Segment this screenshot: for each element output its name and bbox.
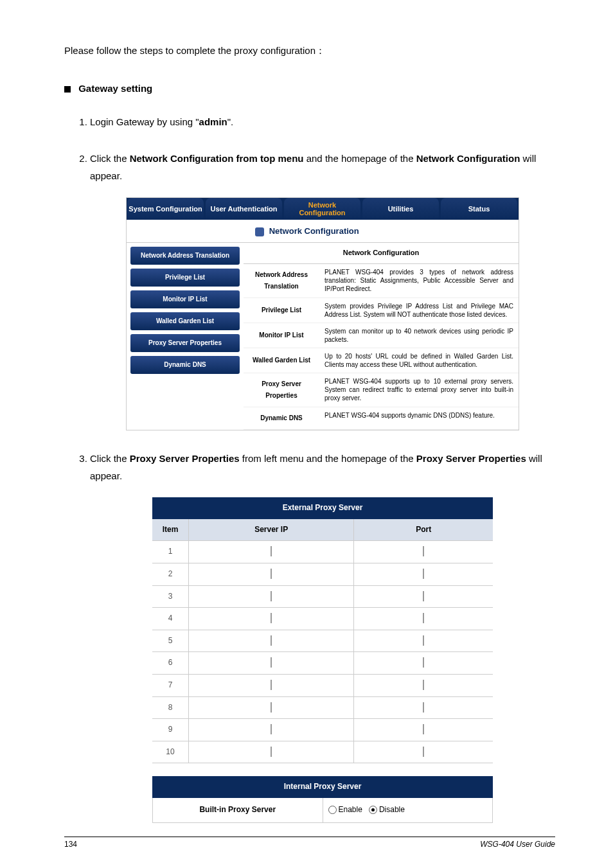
row-privilege: Privilege List System provides Privilege… (244, 298, 519, 323)
port-input-1[interactable] (423, 546, 424, 556)
proxy-row: 9 (152, 719, 493, 741)
row-walled: Walled Garden List Up to 20 hosts' URL c… (244, 348, 519, 373)
tab-network-config[interactable]: Network Configuration (284, 198, 361, 220)
tab-system-config[interactable]: System Configuration (127, 198, 204, 220)
server-ip-input-8[interactable] (271, 702, 272, 713)
port-input-10[interactable] (423, 747, 424, 757)
port-input-5[interactable] (423, 635, 424, 646)
col-item: Item (152, 519, 189, 542)
step-1: Login Gateway by using "admin". (90, 113, 555, 130)
row-priv-label: Privilege List (244, 298, 319, 323)
proxy-row: 6 (152, 652, 493, 675)
col-port: Port (354, 519, 493, 542)
server-ip-input-4[interactable] (271, 613, 272, 623)
port-input-2[interactable] (423, 569, 424, 579)
disable-label: Disable (379, 805, 405, 814)
tab-user-auth[interactable]: User Authentication (206, 198, 283, 220)
row-nat-label: Network Address Translation (244, 264, 319, 297)
row-index: 5 (152, 630, 189, 653)
leftnav-nat[interactable]: Network Address Translation (130, 247, 240, 265)
page-title-text: Network Configuration (269, 226, 359, 236)
col-server-ip: Server IP (189, 519, 354, 542)
proxy-row: 7 (152, 675, 493, 697)
page-title-bar: Network Configuration (127, 220, 519, 243)
proxy-row: 4 (152, 608, 493, 630)
server-ip-input-10[interactable] (271, 747, 272, 757)
top-nav-tabs: System Configuration User Authentication… (127, 198, 519, 220)
row-index: 7 (152, 675, 189, 697)
row-ddns-label: Dynamic DNS (244, 407, 319, 429)
row-nat-desc: PLANET WSG-404 provides 3 types of netwo… (319, 264, 519, 297)
step2-d: Network Configuration (416, 153, 520, 164)
step1-c: ". (227, 116, 234, 127)
proxy-row: 5 (152, 630, 493, 653)
page-footer: 134 WSG-404 User Guide (64, 837, 555, 849)
external-proxy-title: External Proxy Server (152, 497, 493, 519)
port-input-8[interactable] (423, 702, 424, 713)
row-wal-desc: Up to 20 hosts' URL could be defined in … (319, 348, 519, 373)
step2-a: Click the (90, 153, 130, 164)
row-index: 2 (152, 563, 189, 586)
tab-status[interactable]: Status (441, 198, 518, 220)
row-ddns: Dynamic DNS PLANET WSG-404 supports dyna… (244, 407, 519, 430)
step-2: Click the Network Configuration from top… (90, 150, 555, 430)
page-number: 134 (64, 840, 77, 849)
doc-title: WSG-404 User Guide (480, 840, 555, 849)
step2-b: Network Configuration from top menu (130, 153, 304, 164)
row-nat: Network Address Translation PLANET WSG-4… (244, 264, 519, 298)
enable-label: Enable (339, 805, 362, 814)
row-wal-label: Walled Garden List (244, 348, 319, 373)
leftnav-ddns[interactable]: Dynamic DNS (130, 356, 240, 374)
server-ip-input-9[interactable] (271, 724, 272, 734)
leftnav-privilege[interactable]: Privilege List (130, 269, 240, 287)
row-priv-desc: System provides Privilege IP Address Lis… (319, 298, 519, 323)
row-proxy: Proxy Server Properties PLANET WSG-404 s… (244, 373, 519, 407)
server-ip-input-6[interactable] (271, 657, 272, 668)
step3-c: from left menu and the homepage of the (240, 453, 416, 464)
bullet-icon (64, 86, 71, 93)
step3-b: Proxy Server Properties (130, 453, 240, 464)
network-icon (255, 227, 264, 236)
proxy-row: 10 (152, 741, 493, 764)
server-ip-input-5[interactable] (271, 635, 272, 646)
proxy-column-headers: Item Server IP Port (152, 519, 493, 542)
server-ip-input-7[interactable] (271, 680, 272, 690)
external-proxy-table: External Proxy Server Item Server IP Por… (152, 497, 493, 763)
server-ip-input-1[interactable] (271, 546, 272, 556)
server-ip-input-3[interactable] (271, 591, 272, 601)
internal-proxy-table: Internal Proxy Server Built-in Proxy Ser… (152, 776, 493, 822)
tab-utilities[interactable]: Utilities (362, 198, 440, 220)
row-index: 1 (152, 541, 189, 563)
intro-text: Please follow the steps to complete the … (64, 45, 555, 57)
row-index: 8 (152, 697, 189, 720)
row-ddns-desc: PLANET WSG-404 supports dynamic DNS (DDN… (319, 407, 519, 429)
port-input-4[interactable] (423, 613, 424, 623)
row-index: 4 (152, 608, 189, 630)
row-index: 10 (152, 741, 189, 764)
section-heading: Gateway setting (64, 83, 555, 94)
port-input-6[interactable] (423, 657, 424, 668)
proxy-row: 8 (152, 697, 493, 720)
leftnav-proxy[interactable]: Proxy Server Properties (130, 334, 240, 352)
port-input-3[interactable] (423, 591, 424, 601)
radio-enable[interactable] (328, 806, 337, 814)
port-input-7[interactable] (423, 680, 424, 690)
server-ip-input-2[interactable] (271, 569, 272, 579)
builtin-proxy-label: Built-in Proxy Server (152, 798, 323, 823)
step3-d: Proxy Server Properties (416, 453, 526, 464)
section-heading-text: Gateway setting (78, 83, 152, 94)
proxy-row: 1 (152, 541, 493, 563)
screenshot-network-config: System Configuration User Authentication… (126, 197, 519, 430)
step2-c: and the homepage of the (304, 153, 416, 164)
leftnav-monitor[interactable]: Monitor IP List (130, 290, 240, 308)
radio-disable[interactable] (369, 806, 377, 814)
step-3: Click the Proxy Server Properties from l… (90, 450, 555, 822)
proxy-row: 2 (152, 563, 493, 586)
row-index: 3 (152, 586, 189, 608)
step1-b: admin (199, 116, 227, 127)
port-input-9[interactable] (423, 724, 424, 734)
row-index: 6 (152, 652, 189, 675)
leftnav-walled[interactable]: Walled Garden List (130, 312, 240, 330)
step3-a: Click the (90, 453, 130, 464)
content-area: Network Configuration Network Address Tr… (244, 243, 519, 430)
